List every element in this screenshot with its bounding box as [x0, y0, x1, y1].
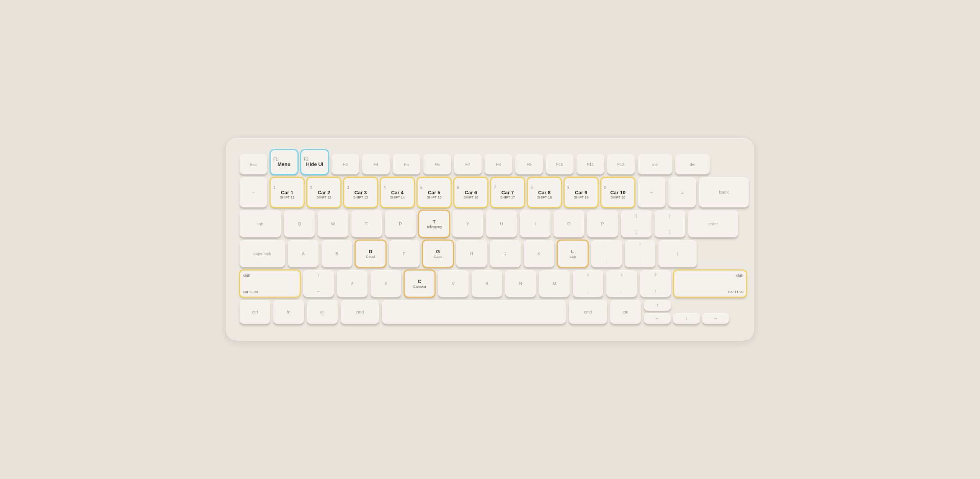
key-a[interactable]: A — [288, 240, 318, 267]
key-x[interactable]: X — [371, 270, 401, 297]
key-f3[interactable]: F3 — [332, 154, 359, 174]
key-fn[interactable]: fn — [273, 300, 304, 324]
arrow-cluster: ↑ ← ↓ → — [644, 300, 729, 324]
key-del[interactable]: del — [675, 154, 710, 174]
caps-row: caps lock A S D Detail F G Gaps H J K L — [240, 240, 740, 267]
key-9[interactable]: 9 Car 9 SHIFT 19 — [564, 177, 598, 207]
key-s[interactable]: S — [322, 240, 352, 267]
key-quote[interactable]: " ' — [625, 240, 655, 267]
key-backspace[interactable]: back — [699, 177, 749, 207]
key-1[interactable]: 1 Car 1 SHIFT 11 — [270, 177, 304, 207]
shift-row: shift Car 11-20 \ ~ Z X C Camera V B N M — [240, 270, 740, 297]
key-g[interactable]: G Gaps — [423, 240, 453, 267]
key-5[interactable]: 5 Car 5 SHIFT 15 — [417, 177, 451, 207]
key-f12[interactable]: F12 — [607, 154, 635, 174]
key-enter[interactable]: enter — [688, 210, 738, 237]
key-arrow-left[interactable]: ← — [644, 313, 671, 324]
key-f11[interactable]: F11 — [577, 154, 604, 174]
key-arrow-down[interactable]: ↓ — [673, 313, 700, 324]
key-h[interactable]: H — [456, 240, 487, 267]
key-f9[interactable]: F9 — [515, 154, 543, 174]
key-tilde[interactable]: ~ — [240, 177, 267, 207]
key-space[interactable] — [382, 300, 566, 324]
key-t[interactable]: T Telemetry — [419, 210, 449, 237]
key-arrow-right[interactable]: → — [702, 313, 729, 324]
ctrl-row: ctrl fn alt cmd cmd ctrl ↑ ← — [240, 300, 740, 324]
key-backslash[interactable]: \ — [658, 240, 697, 267]
key-rbracket[interactable]: } ] — [655, 210, 685, 237]
key-semicolon[interactable]: : ; — [591, 240, 622, 267]
key-z[interactable]: Z — [337, 270, 368, 297]
key-i[interactable]: I — [520, 210, 550, 237]
num-row: ~ 1 Car 1 SHIFT 11 2 Car 2 SHIFT 12 3 Ca… — [240, 177, 740, 207]
key-alt[interactable]: alt — [307, 300, 338, 324]
key-d[interactable]: D Detail — [355, 240, 386, 267]
key-y[interactable]: Y — [452, 210, 483, 237]
key-j[interactable]: J — [490, 240, 521, 267]
key-q[interactable]: Q — [284, 210, 315, 237]
key-lbracket[interactable]: { [ — [621, 210, 652, 237]
key-f2[interactable]: F2 Hide UI — [301, 150, 328, 174]
key-3[interactable]: 3 Car 3 SHIFT 13 — [344, 177, 377, 207]
key-u[interactable]: U — [486, 210, 517, 237]
key-capslock[interactable]: caps lock — [240, 240, 285, 267]
key-tab[interactable]: tab — [240, 210, 281, 237]
key-7[interactable]: 7 Car 7 SHIFT 17 — [491, 177, 524, 207]
key-f7[interactable]: F7 — [454, 154, 482, 174]
key-f[interactable]: F — [389, 240, 420, 267]
key-4[interactable]: 4 Car 4 SHIFT 14 — [381, 177, 414, 207]
key-m[interactable]: M — [539, 270, 570, 297]
keyboard: esc F1 Menu F2 Hide UI F3 F4 F5 F6 F7 F8… — [226, 138, 754, 341]
key-arrow-up[interactable]: ↑ — [644, 300, 671, 311]
key-ctrl-left[interactable]: ctrl — [240, 300, 270, 324]
key-ctrl-right[interactable]: ctrl — [610, 300, 641, 324]
key-b[interactable]: B — [472, 270, 502, 297]
key-r[interactable]: R — [385, 210, 416, 237]
tab-row: tab Q W E R T Telemetry Y U I O P — [240, 210, 740, 237]
key-6[interactable]: 6 Car 6 SHIFT 16 — [454, 177, 488, 207]
key-w[interactable]: W — [318, 210, 348, 237]
key-8[interactable]: 8 Car 8 SHIFT 18 — [528, 177, 561, 207]
key-f8[interactable]: F8 — [485, 154, 512, 174]
key-f10[interactable]: F10 — [546, 154, 573, 174]
key-v[interactable]: V — [438, 270, 469, 297]
key-shift-right[interactable]: shift Car 11-20 — [674, 270, 746, 297]
key-slash[interactable]: ? / — [640, 270, 671, 297]
key-l[interactable]: L Lap — [557, 240, 588, 267]
key-0[interactable]: 0 Car 10 SHIFT 20 — [601, 177, 635, 207]
key-period[interactable]: > . — [606, 270, 637, 297]
key-p[interactable]: P — [587, 210, 618, 237]
key-ins[interactable]: ins — [638, 154, 672, 174]
key-cmd-right[interactable]: cmd — [569, 300, 607, 324]
key-esc[interactable]: esc — [240, 154, 267, 174]
key-shift-left[interactable]: shift Car 11-20 — [240, 270, 300, 297]
key-comma[interactable]: < , — [573, 270, 603, 297]
key-cmd-left[interactable]: cmd — [341, 300, 379, 324]
key-label: esc — [250, 162, 256, 167]
key-f4[interactable]: F4 — [362, 154, 390, 174]
key-equals[interactable]: = — [668, 177, 696, 207]
key-f5[interactable]: F5 — [393, 154, 420, 174]
fn-row: esc F1 Menu F2 Hide UI F3 F4 F5 F6 F7 F8… — [240, 150, 740, 174]
key-f1[interactable]: F1 Menu — [270, 150, 298, 174]
key-n[interactable]: N — [505, 270, 536, 297]
key-f6[interactable]: F6 — [423, 154, 451, 174]
key-minus[interactable]: − — [638, 177, 665, 207]
key-e[interactable]: E — [351, 210, 382, 237]
key-o[interactable]: O — [554, 210, 584, 237]
key-c[interactable]: C Camera — [404, 270, 435, 297]
key-backslash2[interactable]: \ ~ — [303, 270, 334, 297]
key-k[interactable]: K — [524, 240, 554, 267]
key-2[interactable]: 2 Car 2 SHIFT 12 — [307, 177, 341, 207]
